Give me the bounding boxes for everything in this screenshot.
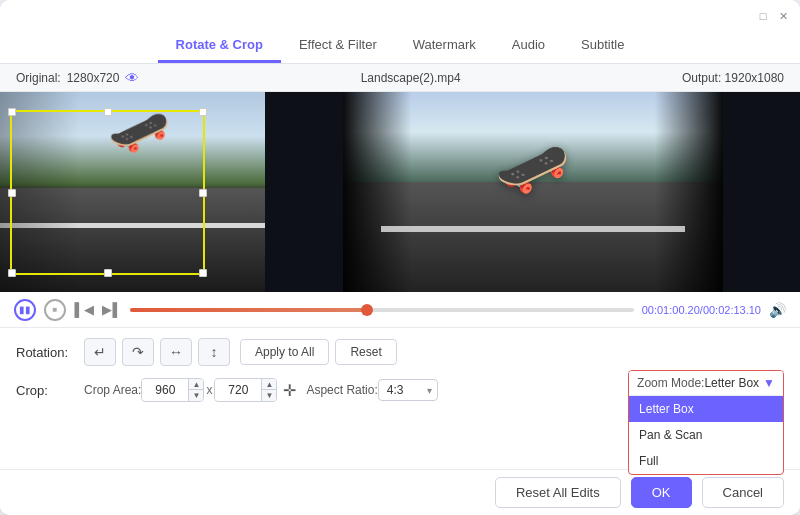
current-time: 00:01:00.20 xyxy=(642,304,700,316)
minimize-icon[interactable]: □ xyxy=(756,9,770,23)
crop-area-label: Crop Area: xyxy=(84,383,141,397)
eye-icon[interactable]: 👁 xyxy=(125,70,139,86)
main-window: □ ✕ Rotate & Crop Effect & Filter Waterm… xyxy=(0,0,800,515)
output-info: Output: 1920x1080 xyxy=(682,71,784,85)
info-bar: Original: 1280x720 👁 Landscape(2).mp4 Ou… xyxy=(0,64,800,92)
left-scene-figure: 🛹 xyxy=(108,102,170,160)
zoom-mode-dropdown: Zoom Mode: Letter Box ▼ Letter Box Pan &… xyxy=(628,370,784,475)
right-video-frame: 🛹 xyxy=(343,92,723,292)
crop-height-input-group: ▲ ▼ xyxy=(214,378,277,402)
crop-width-input-group: ▲ ▼ xyxy=(141,378,204,402)
rotation-buttons: ↵ ↷ ↔ ↕ xyxy=(84,338,230,366)
zoom-mode-header: Zoom Mode: Letter Box ▼ xyxy=(629,371,783,396)
progress-thumb[interactable] xyxy=(361,304,373,316)
crop-row: Crop: Crop Area: ▲ ▼ x ▲ ▼ ✛ Aspect Rati… xyxy=(16,378,784,402)
controls-section: Rotation: ↵ ↷ ↔ ↕ Apply to All Reset Cro… xyxy=(0,328,800,469)
filename: Landscape(2).mp4 xyxy=(361,71,461,85)
left-scene-bg: 🛹 xyxy=(0,92,265,292)
rotate-right-button[interactable]: ↷ xyxy=(122,338,154,366)
crop-height-up[interactable]: ▲ xyxy=(262,379,276,390)
close-icon[interactable]: ✕ xyxy=(776,9,790,23)
video-area: 🛹 🛹 xyxy=(0,92,800,292)
ok-button[interactable]: OK xyxy=(631,477,692,508)
zoom-option-full[interactable]: Full xyxy=(629,448,783,474)
aspect-ratio-select[interactable]: 4:3 16:9 1:1 None xyxy=(378,379,438,401)
crop-width-down[interactable]: ▼ xyxy=(189,390,203,401)
video-preview-left: 🛹 xyxy=(0,92,265,292)
zoom-selected-row: Letter Box ▼ xyxy=(704,376,775,390)
crop-width-arrows: ▲ ▼ xyxy=(188,379,203,401)
flip-horizontal-button[interactable]: ↔ xyxy=(160,338,192,366)
stop-button[interactable]: ■ xyxy=(44,299,66,321)
title-bar: □ ✕ xyxy=(0,0,800,26)
output-label: Output: xyxy=(682,71,721,85)
rotation-reset-button[interactable]: Reset xyxy=(335,339,396,365)
crop-height-input[interactable] xyxy=(215,380,261,400)
skate-figure: 🛹 xyxy=(495,132,570,203)
footer-bar: Reset All Edits OK Cancel xyxy=(0,469,800,515)
tab-watermark[interactable]: Watermark xyxy=(395,29,494,63)
reset-all-edits-button[interactable]: Reset All Edits xyxy=(495,477,621,508)
tab-subtitle[interactable]: Subtitle xyxy=(563,29,642,63)
progress-fill xyxy=(130,308,367,312)
total-time: 00:02:13.10 xyxy=(703,304,761,316)
zoom-mode-container: Zoom Mode: Letter Box ▼ Letter Box Pan &… xyxy=(628,370,784,475)
original-info: Original: 1280x720 👁 xyxy=(16,70,139,86)
crop-label: Crop: xyxy=(16,383,84,398)
crop-width-input[interactable] xyxy=(142,380,188,400)
crop-height-arrows: ▲ ▼ xyxy=(261,379,276,401)
original-label: Original: xyxy=(16,71,61,85)
rotation-label: Rotation: xyxy=(16,345,84,360)
aspect-ratio-label: Aspect Ratio: xyxy=(306,383,377,397)
x-separator: x xyxy=(204,383,214,397)
flip-vertical-button[interactable]: ↕ xyxy=(198,338,230,366)
zoom-option-pan-scan[interactable]: Pan & Scan xyxy=(629,422,783,448)
rotation-row: Rotation: ↵ ↷ ↔ ↕ Apply to All Reset xyxy=(16,338,784,366)
next-frame-button[interactable]: ▶▌ xyxy=(102,300,122,320)
title-bar-icons: □ ✕ xyxy=(756,9,790,23)
aspect-ratio-select-wrapper: 4:3 16:9 1:1 None xyxy=(378,379,438,401)
tab-audio[interactable]: Audio xyxy=(494,29,563,63)
time-display: 00:01:00.20/00:02:13.10 xyxy=(642,304,761,316)
output-value: 1920x1080 xyxy=(725,71,784,85)
zoom-dropdown-chevron[interactable]: ▼ xyxy=(763,376,775,390)
skate-road-line xyxy=(381,226,685,232)
zoom-selected-value: Letter Box xyxy=(704,376,759,390)
tabs-row: Rotate & Crop Effect & Filter Watermark … xyxy=(0,26,800,64)
skate-scene: 🛹 xyxy=(343,92,723,292)
original-value: 1280x720 xyxy=(67,71,120,85)
cancel-button[interactable]: Cancel xyxy=(702,477,784,508)
progress-track[interactable] xyxy=(130,308,634,312)
zoom-mode-label: Zoom Mode: xyxy=(637,376,704,390)
tab-rotate-crop[interactable]: Rotate & Crop xyxy=(158,29,281,63)
tab-effect-filter[interactable]: Effect & Filter xyxy=(281,29,395,63)
pause-button[interactable]: ▮▮ xyxy=(14,299,36,321)
volume-icon[interactable]: 🔊 xyxy=(769,302,786,318)
apply-all-button[interactable]: Apply to All xyxy=(240,339,329,365)
crop-width-up[interactable]: ▲ xyxy=(189,379,203,390)
rotate-left-button[interactable]: ↵ xyxy=(84,338,116,366)
video-preview-right: 🛹 xyxy=(265,92,800,292)
crop-height-down[interactable]: ▼ xyxy=(262,390,276,401)
playback-bar: ▮▮ ■ ▌◀ ▶▌ 00:01:00.20/00:02:13.10 🔊 xyxy=(0,292,800,328)
prev-frame-button[interactable]: ▌◀ xyxy=(74,300,94,320)
zoom-option-letter-box[interactable]: Letter Box xyxy=(629,396,783,422)
move-icon[interactable]: ✛ xyxy=(283,381,296,400)
